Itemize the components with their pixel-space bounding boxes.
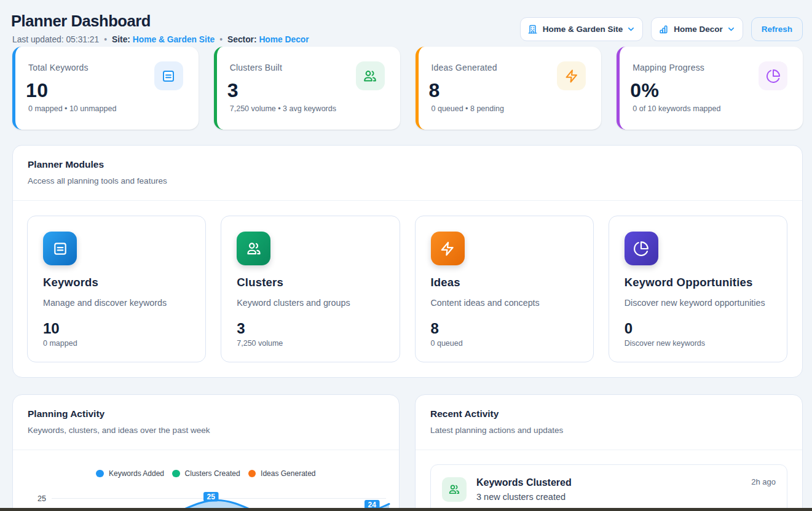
svg-text:25: 25	[207, 493, 216, 501]
svg-text:25: 25	[37, 494, 46, 503]
